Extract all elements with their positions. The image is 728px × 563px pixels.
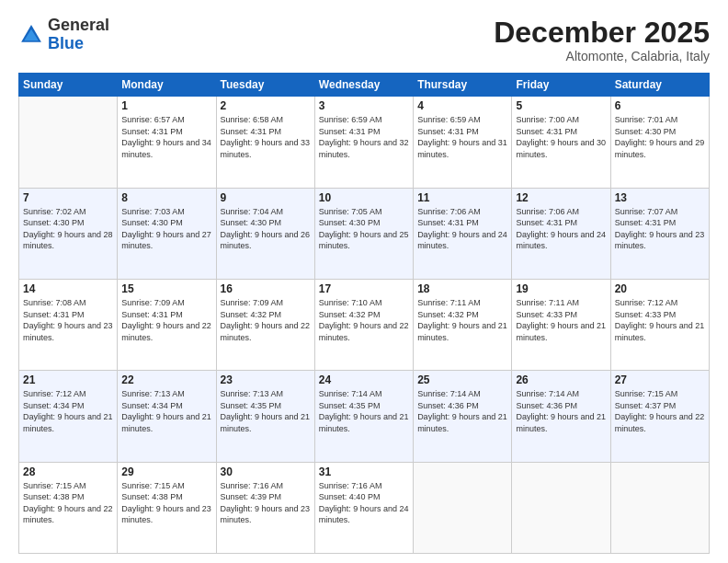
- logo: General Blue: [18, 17, 109, 53]
- logo-icon: [18, 22, 44, 48]
- month-title: December 2025: [494, 17, 710, 49]
- calendar-cell: 15Sunrise: 7:09 AMSunset: 4:31 PMDayligh…: [118, 279, 216, 370]
- day-number: 29: [121, 465, 211, 478]
- calendar-cell: 23Sunrise: 7:13 AMSunset: 4:35 PMDayligh…: [216, 371, 314, 462]
- day-info: Sunrise: 7:05 AMSunset: 4:30 PMDaylight:…: [319, 206, 409, 252]
- day-info: Sunrise: 7:07 AMSunset: 4:31 PMDaylight:…: [615, 206, 705, 252]
- day-number: 16: [221, 282, 311, 295]
- calendar-cell: 10Sunrise: 7:05 AMSunset: 4:30 PMDayligh…: [314, 188, 413, 279]
- day-number: 6: [615, 99, 705, 112]
- day-number: 21: [23, 373, 113, 386]
- calendar-cell: 30Sunrise: 7:16 AMSunset: 4:39 PMDayligh…: [216, 462, 314, 553]
- header-friday: Friday: [512, 74, 610, 97]
- day-info: Sunrise: 7:03 AMSunset: 4:30 PMDaylight:…: [121, 206, 211, 252]
- day-number: 19: [516, 282, 606, 295]
- header-sunday: Sunday: [19, 74, 118, 97]
- day-info: Sunrise: 6:59 AMSunset: 4:31 PMDaylight:…: [319, 114, 409, 160]
- day-number: 20: [615, 282, 705, 295]
- day-info: Sunrise: 7:08 AMSunset: 4:31 PMDaylight:…: [23, 297, 113, 343]
- day-info: Sunrise: 7:09 AMSunset: 4:31 PMDaylight:…: [121, 297, 211, 343]
- calendar-cell: 25Sunrise: 7:14 AMSunset: 4:36 PMDayligh…: [414, 371, 512, 462]
- calendar-cell: 18Sunrise: 7:11 AMSunset: 4:32 PMDayligh…: [414, 279, 512, 370]
- day-info: Sunrise: 7:01 AMSunset: 4:30 PMDaylight:…: [615, 114, 705, 160]
- calendar-cell: 31Sunrise: 7:16 AMSunset: 4:40 PMDayligh…: [314, 462, 413, 553]
- day-info: Sunrise: 7:14 AMSunset: 4:35 PMDaylight:…: [319, 388, 409, 434]
- day-info: Sunrise: 7:00 AMSunset: 4:31 PMDaylight:…: [516, 114, 606, 160]
- day-number: 28: [23, 465, 113, 478]
- day-info: Sunrise: 7:11 AMSunset: 4:32 PMDaylight:…: [417, 297, 507, 343]
- day-number: 5: [516, 99, 606, 112]
- calendar-cell: 19Sunrise: 7:11 AMSunset: 4:33 PMDayligh…: [512, 279, 610, 370]
- calendar-cell: 11Sunrise: 7:06 AMSunset: 4:31 PMDayligh…: [414, 188, 512, 279]
- title-section: December 2025 Altomonte, Calabria, Italy: [494, 17, 710, 63]
- day-info: Sunrise: 7:15 AMSunset: 4:37 PMDaylight:…: [615, 388, 705, 434]
- calendar-cell: 1Sunrise: 6:57 AMSunset: 4:31 PMDaylight…: [118, 97, 216, 188]
- day-number: 2: [221, 99, 311, 112]
- header-thursday: Thursday: [414, 74, 512, 97]
- day-info: Sunrise: 7:12 AMSunset: 4:33 PMDaylight:…: [615, 297, 705, 343]
- day-number: 4: [417, 99, 507, 112]
- page-header: General Blue December 2025 Altomonte, Ca…: [18, 17, 710, 63]
- day-info: Sunrise: 7:13 AMSunset: 4:34 PMDaylight:…: [121, 388, 211, 434]
- calendar-cell: 9Sunrise: 7:04 AMSunset: 4:30 PMDaylight…: [216, 188, 314, 279]
- header-tuesday: Tuesday: [216, 74, 314, 97]
- calendar-cell: [19, 97, 118, 188]
- day-info: Sunrise: 7:06 AMSunset: 4:31 PMDaylight:…: [516, 206, 606, 252]
- calendar-cell: 7Sunrise: 7:02 AMSunset: 4:30 PMDaylight…: [19, 188, 118, 279]
- day-info: Sunrise: 7:15 AMSunset: 4:38 PMDaylight:…: [23, 480, 113, 526]
- day-info: Sunrise: 7:02 AMSunset: 4:30 PMDaylight:…: [23, 206, 113, 252]
- day-info: Sunrise: 7:04 AMSunset: 4:30 PMDaylight:…: [221, 206, 311, 252]
- day-number: 24: [319, 373, 409, 386]
- day-number: 1: [121, 99, 211, 112]
- day-info: Sunrise: 7:16 AMSunset: 4:40 PMDaylight:…: [319, 480, 409, 526]
- calendar-cell: 12Sunrise: 7:06 AMSunset: 4:31 PMDayligh…: [512, 188, 610, 279]
- calendar-cell: 5Sunrise: 7:00 AMSunset: 4:31 PMDaylight…: [512, 97, 610, 188]
- day-number: 27: [615, 373, 705, 386]
- calendar-cell: 13Sunrise: 7:07 AMSunset: 4:31 PMDayligh…: [610, 188, 709, 279]
- day-number: 13: [615, 191, 705, 204]
- day-info: Sunrise: 7:14 AMSunset: 4:36 PMDaylight:…: [417, 388, 507, 434]
- day-number: 12: [516, 191, 606, 204]
- day-info: Sunrise: 7:10 AMSunset: 4:32 PMDaylight:…: [319, 297, 409, 343]
- day-number: 10: [319, 191, 409, 204]
- day-info: Sunrise: 7:13 AMSunset: 4:35 PMDaylight:…: [221, 388, 311, 434]
- calendar-page: General Blue December 2025 Altomonte, Ca…: [0, 0, 728, 563]
- weekday-header-row: Sunday Monday Tuesday Wednesday Thursday…: [19, 74, 710, 97]
- calendar-cell: 14Sunrise: 7:08 AMSunset: 4:31 PMDayligh…: [19, 279, 118, 370]
- calendar-week-3: 14Sunrise: 7:08 AMSunset: 4:31 PMDayligh…: [19, 279, 710, 370]
- day-number: 22: [121, 373, 211, 386]
- calendar-cell: 17Sunrise: 7:10 AMSunset: 4:32 PMDayligh…: [314, 279, 413, 370]
- header-monday: Monday: [118, 74, 216, 97]
- calendar-cell: 6Sunrise: 7:01 AMSunset: 4:30 PMDaylight…: [610, 97, 709, 188]
- day-info: Sunrise: 7:11 AMSunset: 4:33 PMDaylight:…: [516, 297, 606, 343]
- day-info: Sunrise: 7:12 AMSunset: 4:34 PMDaylight:…: [23, 388, 113, 434]
- day-number: 14: [23, 282, 113, 295]
- day-number: 15: [121, 282, 211, 295]
- calendar-week-5: 28Sunrise: 7:15 AMSunset: 4:38 PMDayligh…: [19, 462, 710, 553]
- day-number: 9: [221, 191, 311, 204]
- logo-general-text: General: [48, 16, 109, 34]
- location-subtitle: Altomonte, Calabria, Italy: [494, 49, 710, 63]
- day-info: Sunrise: 7:15 AMSunset: 4:38 PMDaylight:…: [121, 480, 211, 526]
- calendar-cell: [610, 462, 709, 553]
- calendar-week-1: 1Sunrise: 6:57 AMSunset: 4:31 PMDaylight…: [19, 97, 710, 188]
- day-info: Sunrise: 6:57 AMSunset: 4:31 PMDaylight:…: [121, 114, 211, 160]
- calendar-week-4: 21Sunrise: 7:12 AMSunset: 4:34 PMDayligh…: [19, 371, 710, 462]
- calendar-cell: 28Sunrise: 7:15 AMSunset: 4:38 PMDayligh…: [19, 462, 118, 553]
- logo-blue-text: Blue: [48, 34, 84, 52]
- day-number: 18: [417, 282, 507, 295]
- day-info: Sunrise: 7:09 AMSunset: 4:32 PMDaylight:…: [221, 297, 311, 343]
- day-number: 7: [23, 191, 113, 204]
- calendar-cell: 3Sunrise: 6:59 AMSunset: 4:31 PMDaylight…: [314, 97, 413, 188]
- day-number: 25: [417, 373, 507, 386]
- day-number: 23: [221, 373, 311, 386]
- calendar-cell: 4Sunrise: 6:59 AMSunset: 4:31 PMDaylight…: [414, 97, 512, 188]
- day-number: 17: [319, 282, 409, 295]
- day-info: Sunrise: 6:58 AMSunset: 4:31 PMDaylight:…: [221, 114, 311, 160]
- day-info: Sunrise: 6:59 AMSunset: 4:31 PMDaylight:…: [417, 114, 507, 160]
- calendar-cell: 21Sunrise: 7:12 AMSunset: 4:34 PMDayligh…: [19, 371, 118, 462]
- calendar-cell: 27Sunrise: 7:15 AMSunset: 4:37 PMDayligh…: [610, 371, 709, 462]
- calendar-cell: 8Sunrise: 7:03 AMSunset: 4:30 PMDaylight…: [118, 188, 216, 279]
- calendar-cell: 16Sunrise: 7:09 AMSunset: 4:32 PMDayligh…: [216, 279, 314, 370]
- calendar-cell: [512, 462, 610, 553]
